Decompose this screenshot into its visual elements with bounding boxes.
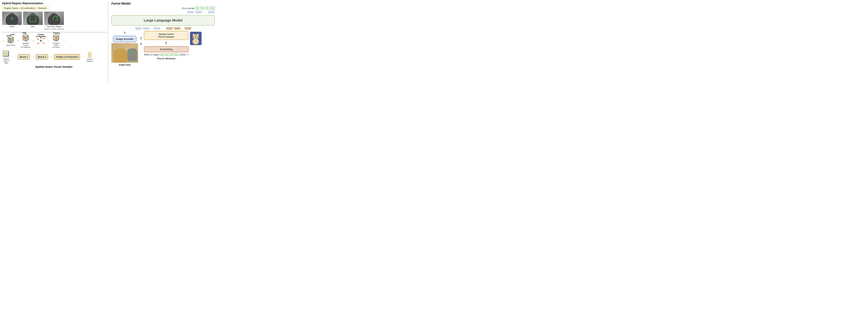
svg-rect-50 [3, 51, 8, 56]
up-arrow-1: ⇑ [140, 36, 143, 40]
token-dots-1: ··· [203, 10, 207, 14]
input-points-item: Sampling [6, 35, 15, 46]
left-title: Hybrid Region Representation [2, 2, 106, 5]
dog-shape [113, 49, 127, 63]
token-blue-b [143, 27, 150, 30]
svg-point-47 [55, 39, 56, 40]
box-label: Box [31, 26, 35, 28]
image-encoder-box: Image Encoder [113, 36, 136, 42]
token-tan-b [174, 27, 181, 30]
freeform-label: Free-form Shape [46, 26, 61, 28]
green-curve-icon [52, 15, 59, 22]
arrow-2: → [32, 39, 35, 43]
sampled-output-label: Sampled Pointsas output [51, 42, 61, 48]
llm-box: Large Language Model [112, 15, 215, 26]
ferret-svg [190, 32, 202, 45]
point-image [2, 11, 22, 25]
text-query: What's in region [144, 53, 159, 56]
token-dots-2: ··· [151, 27, 153, 30]
sampled-points-label: Sampled Pointsw/ neighbors [20, 42, 31, 48]
svg-point-4 [9, 39, 10, 40]
arrow-1: → [17, 39, 19, 43]
ferret-image [190, 32, 202, 45]
fusion-item: Fusionw/ Neighbor [36, 36, 46, 45]
svg-point-3 [8, 39, 9, 39]
embedding-box: Embedding [144, 46, 189, 52]
token-dots-3: ··· [182, 27, 184, 30]
region-features-label: Region Features [86, 58, 94, 62]
encoder-section: ⇑ Image Encoder Image Input [112, 31, 138, 66]
output-text-row: It's a cat tail [80, 590, 450, 920] [112, 7, 215, 10]
token-rows-below: ··· ··· [112, 27, 215, 30]
box-image [23, 11, 43, 25]
point-label: Point [10, 26, 14, 28]
feature-map-label: Feature Map & Mask [2, 58, 10, 64]
up-arrow-2: ⇑ [140, 42, 143, 46]
svg-point-64 [195, 38, 196, 38]
right-title: Ferret Model [112, 2, 215, 5]
arrow-3: → [47, 39, 50, 43]
svg-point-46 [54, 39, 55, 40]
svg-point-8 [10, 38, 11, 39]
region-features-container: Region Features [86, 52, 94, 62]
freeform-sublabel: (Sketch, Scribble, polygons) [44, 28, 64, 30]
region-images: Point Box [2, 11, 106, 30]
svg-point-10 [9, 42, 10, 43]
text-coord-tag: [100, 600, 500, 900] [160, 53, 179, 56]
left-panel: Hybrid Region Representation Region Name… [2, 2, 108, 82]
svg-point-59 [193, 34, 194, 36]
encoder-up-arrow: ⇑ [123, 31, 126, 35]
token-blue-3 [208, 11, 215, 13]
ferret-mascot-col [190, 32, 202, 45]
bottom-row: Feature Map & Mask - - → Block 1 → Block… [2, 50, 106, 64]
region-point: Point [2, 11, 22, 28]
output-cube [52, 33, 61, 42]
sampled-cube [21, 33, 30, 42]
green-circle-icon [11, 17, 13, 20]
token-tan-c [184, 27, 191, 30]
fusion-label: Fusionw/ Neighbor [36, 33, 46, 37]
svg-point-43 [54, 37, 55, 37]
feature-map-icon [2, 50, 10, 57]
svg-point-60 [197, 34, 199, 36]
input-image [112, 43, 138, 63]
svg-point-7 [9, 38, 10, 38]
spatial-sampler-box: Spatial-AwareVisual Sampler [144, 31, 189, 40]
green-swirl-icon [128, 49, 134, 56]
svg-rect-51 [88, 52, 91, 58]
feature-map-box: Feature Map & Mask [2, 50, 10, 64]
text-input-area: What's in region [100, 600, 500, 900] <S… [144, 53, 189, 56]
sampler-section: → Sampling [2, 33, 106, 82]
pooling-item: Pooling Sampled Po [51, 33, 61, 48]
knn-label: KNN [23, 32, 26, 34]
token-tan-a [166, 27, 173, 30]
input-arrow-icon: → [2, 39, 5, 43]
token-blue-a [135, 27, 142, 30]
flatten-output-arrow: → [81, 55, 85, 59]
token-blue-1 [187, 11, 194, 13]
svg-point-9 [8, 42, 8, 43]
tan-token-group: ··· [166, 27, 191, 30]
spatial-sampler-label: Spatial-AwareVisual Sampler [158, 33, 175, 38]
token-blue-2 [195, 11, 202, 13]
freeform-image [44, 11, 64, 25]
fusion-diagram [36, 36, 46, 45]
right-side-col: Spatial-AwareVisual Sampler ⇑ Embedding … [144, 31, 189, 60]
blue-token-group: ··· [135, 27, 160, 30]
block-1-box: Block 1 [18, 54, 30, 60]
up-arrow-3: ⇑ [144, 41, 189, 45]
region-box: Box [23, 11, 43, 28]
input-arrow: → [2, 39, 5, 43]
svg-point-45 [55, 37, 56, 38]
right-panel: Ferret Model It's a cat tail [80, 590, 4… [110, 2, 215, 82]
top-token-row: ··· [112, 10, 215, 14]
svg-point-44 [55, 38, 55, 39]
flatten-projection-box: Flatten & Projection [54, 54, 80, 60]
svg-point-6 [10, 41, 10, 41]
svg-line-35 [38, 41, 41, 44]
svg-point-5 [8, 40, 9, 41]
text-ref-label: Text w/ references [144, 57, 189, 60]
block-to-flatten-arrow: → [50, 55, 53, 59]
region-formula: Region Name + [Coordinates] + <feature> [2, 6, 49, 10]
region-features-icon [88, 52, 91, 58]
